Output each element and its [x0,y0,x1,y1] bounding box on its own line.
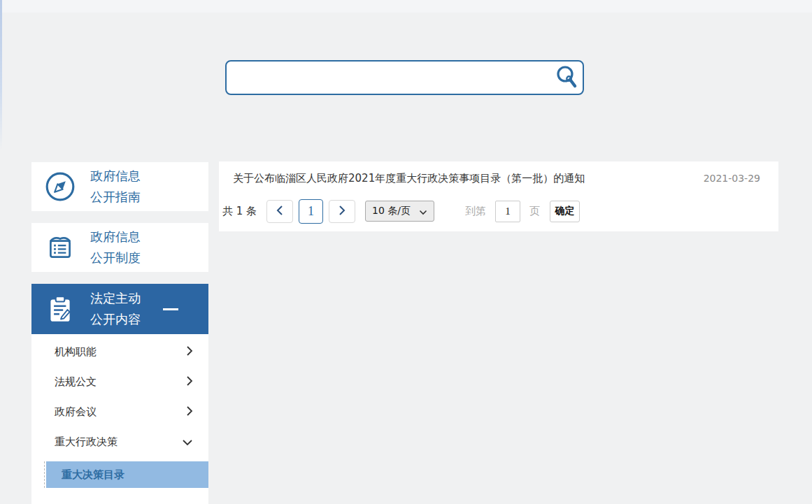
total-count-label: 共 1 条 [222,205,257,218]
goto-prefix-label: 到第 [465,205,486,218]
sidebar: 政府信息 公开指南 政府信息 公开制度 [31,162,208,504]
chevron-right-icon [186,405,193,419]
collapse-minus-icon [163,308,178,310]
chevron-left-icon [276,205,283,218]
next-page-button[interactable] [329,200,355,223]
subsubmenu-item-decision-catalog[interactable]: 重大决策目录 [46,461,208,488]
sidebar-item-gov-info-system[interactable]: 政府信息 公开制度 [31,223,208,272]
document-date: 2021-03-29 [704,173,760,184]
confirm-button[interactable]: 确定 [550,201,580,222]
magnifier-icon [555,64,578,92]
goto-suffix-label: 页 [529,205,540,218]
top-band [0,0,812,13]
sidebar-item-gov-info-guide[interactable]: 政府信息 公开指南 [31,162,208,211]
compass-icon [44,171,76,203]
submenu-item-major-decisions[interactable]: 重大行政决策 [31,427,208,457]
document-lines-icon [44,231,76,264]
search-input[interactable] [227,62,550,94]
submenu-item-regulations[interactable]: 法规公文 [31,367,208,397]
chevron-right-icon [186,375,193,389]
submenu-item-org-functions[interactable]: 机构职能 [31,337,208,367]
current-page-button[interactable]: 1 [299,199,323,224]
clipboard-pencil-icon [44,293,76,325]
chevron-down-icon [182,435,193,449]
page-size-select[interactable]: 10 条/页 [365,201,434,222]
list-item: 关于公布临淄区人民政府2021年度重大行政决策事项目录（第一批）的通知 2021… [219,161,778,195]
search-bar [225,60,584,95]
sidebar-item-label: 政府信息 公开指南 [90,166,141,208]
sidebar-item-label: 法定主动 公开内容 [90,288,141,330]
left-edge-accent [0,0,2,150]
chevron-down-icon [419,205,427,218]
pagination: 共 1 条 1 10 条/页 到第 页 确定 [219,195,778,227]
sidebar-item-legal-disclosure[interactable]: 法定主动 公开内容 [31,284,208,334]
chevron-right-icon [186,345,193,359]
goto-page-input[interactable] [495,201,520,222]
sidebar-item-label: 政府信息 公开制度 [90,226,141,268]
search-button[interactable] [550,62,583,94]
chevron-right-icon [339,205,346,218]
goto-page-group: 到第 页 确定 [465,201,580,222]
submenu-item-gov-meetings[interactable]: 政府会议 [31,397,208,427]
document-link[interactable]: 关于公布临淄区人民政府2021年度重大行政决策事项目录（第一批）的通知 [233,172,690,185]
subsubmenu: 重大决策目录 [44,461,208,488]
sidebar-submenu: 机构职能 法规公文 政府会议 重大行政决策 重大决策目录 [31,334,208,504]
prev-page-button[interactable] [266,200,293,223]
content-panel: 关于公布临淄区人民政府2021年度重大行政决策事项目录（第一批）的通知 2021… [219,161,778,231]
